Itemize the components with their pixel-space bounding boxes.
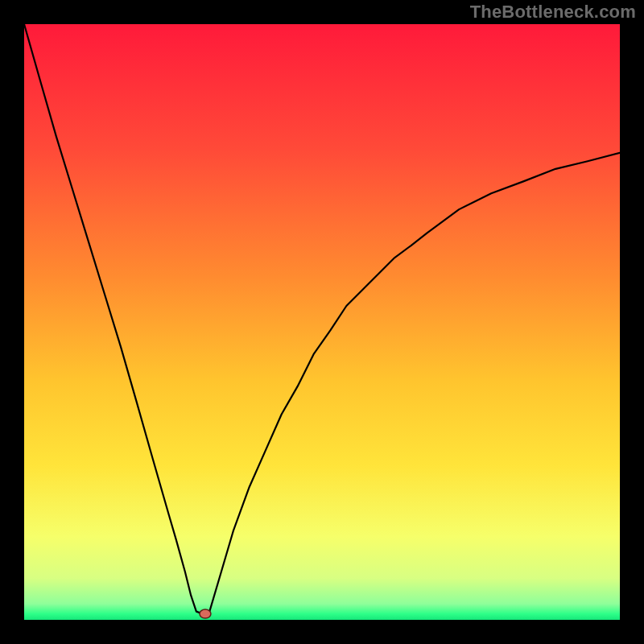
watermark-text: TheBottleneck.com <box>470 2 636 23</box>
bottleneck-chart <box>24 24 620 620</box>
marker-dot <box>200 609 211 618</box>
chart-frame: TheBottleneck.com <box>0 0 644 644</box>
plot-area <box>24 24 620 620</box>
